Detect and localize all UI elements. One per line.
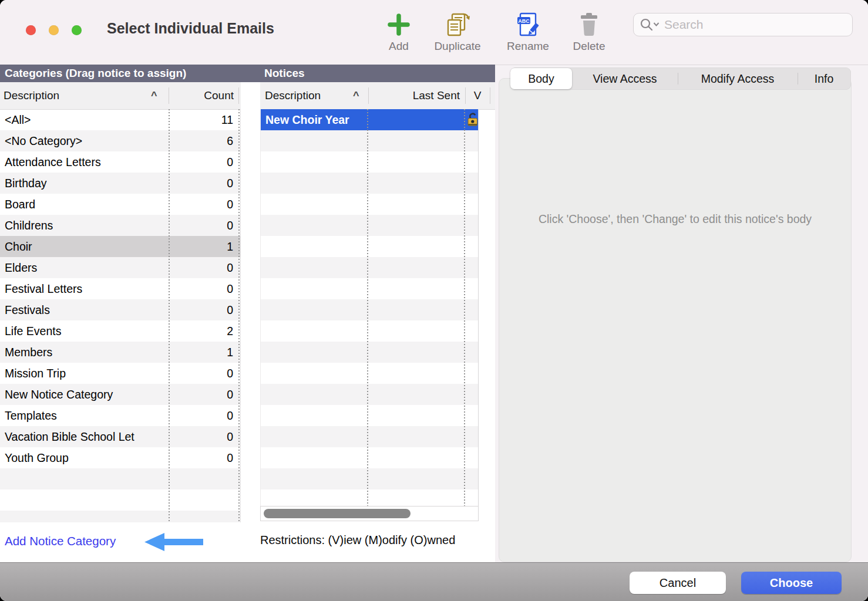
category-count: 0 (168, 257, 240, 278)
delete-button[interactable]: Delete (561, 11, 617, 53)
category-row[interactable]: Elders0 (0, 257, 240, 278)
column-separator (169, 87, 169, 104)
category-count: 0 (168, 151, 240, 173)
tab-body[interactable]: Body (510, 68, 572, 89)
category-row[interactable]: Mission Trip0 (0, 363, 240, 384)
column-divider-dotted (464, 109, 465, 506)
notices-description-header[interactable]: Description (265, 82, 321, 109)
empty-row (0, 489, 240, 511)
empty-row (261, 405, 478, 426)
category-row[interactable]: New Notice Category0 (0, 384, 240, 405)
tab-view-access[interactable]: View Access (572, 68, 678, 89)
category-description: Festivals (0, 299, 168, 320)
empty-row (261, 130, 478, 151)
empty-row (261, 236, 478, 257)
category-count: 11 (168, 109, 240, 130)
category-description: Childrens (0, 215, 168, 236)
empty-row (261, 278, 478, 299)
notice-description: New Choir Year (261, 109, 367, 130)
categories-count-header[interactable]: Count (169, 82, 234, 109)
column-divider-dotted (169, 109, 170, 522)
category-description: <All> (0, 109, 168, 130)
empty-row (261, 426, 478, 447)
empty-row (0, 468, 240, 489)
notice-last-sent (367, 109, 463, 130)
close-window-button[interactable] (26, 25, 36, 35)
category-row[interactable]: Festival Letters0 (0, 278, 240, 299)
notices-column-header: Description ^ Last Sent V (260, 82, 495, 110)
restrictions-legend: Restrictions: (V)iew (M)odify (O)wned (260, 534, 455, 547)
tab-modify-access[interactable]: Modify Access (678, 68, 798, 89)
category-description: Vacation Bible School Let (0, 426, 168, 447)
notice-view-restriction (463, 109, 478, 130)
empty-row (261, 384, 478, 405)
choose-button[interactable]: Choose (741, 572, 842, 594)
category-count: 1 (168, 342, 240, 363)
category-row[interactable]: Templates0 (0, 405, 240, 426)
tab-info[interactable]: Info (798, 68, 850, 89)
empty-row (261, 194, 478, 215)
notices-group-title: Notices (264, 65, 305, 82)
category-row[interactable]: Birthday0 (0, 173, 240, 194)
category-description: Attendance Letters (0, 151, 168, 173)
category-description: Festival Letters (0, 278, 168, 299)
category-row[interactable]: Members1 (0, 342, 240, 363)
trash-icon (561, 11, 617, 39)
categories-column-header: Description ^ Count (0, 82, 241, 110)
cancel-button[interactable]: Cancel (630, 572, 726, 594)
category-description: Elders (0, 257, 168, 278)
categories-table: Description ^ Count <All>11<No Category>… (0, 82, 241, 522)
add-notice-category-link[interactable]: Add Notice Category (5, 534, 116, 548)
search-input[interactable]: Search (633, 13, 853, 36)
select-individual-emails-window: Select Individual Emails Add Duplicate (0, 0, 868, 601)
category-row[interactable]: Youth Group0 (0, 447, 240, 468)
category-row[interactable]: Childrens0 (0, 215, 240, 236)
category-count: 0 (168, 194, 240, 215)
empty-row (261, 173, 478, 194)
empty-row (261, 342, 478, 363)
duplicate-icon (429, 11, 486, 39)
empty-row (261, 151, 478, 173)
categories-description-header[interactable]: Description (4, 82, 59, 109)
category-description: Life Events (0, 320, 168, 342)
column-divider-dotted (238, 109, 240, 522)
add-button[interactable]: Add (371, 11, 427, 53)
category-count: 0 (168, 447, 240, 468)
empty-row (261, 363, 478, 384)
notices-horizontal-scrollbar[interactable] (260, 506, 479, 521)
body-placeholder-message: Click 'Choose', then 'Change' to edit th… (499, 212, 851, 226)
open-padlock-icon (465, 112, 479, 134)
scrollbar-thumb[interactable] (264, 509, 411, 518)
rename-button[interactable]: ABC Rename (500, 11, 556, 53)
category-row[interactable]: Attendance Letters0 (0, 151, 240, 173)
category-row[interactable]: Choir1 (0, 236, 240, 257)
empty-row (261, 299, 478, 320)
zoom-window-button[interactable] (72, 25, 82, 35)
sort-ascending-indicator: ^ (151, 82, 157, 109)
duplicate-button[interactable]: Duplicate (429, 11, 486, 53)
empty-row (261, 215, 478, 236)
category-row[interactable]: <No Category>6 (0, 130, 240, 151)
category-description: Templates (0, 405, 168, 426)
left-arrow-icon (144, 533, 203, 553)
category-count: 2 (168, 320, 240, 342)
notice-row[interactable]: New Choir Year (261, 109, 478, 130)
notices-last-sent-header[interactable]: Last Sent (368, 82, 460, 109)
detail-panel: Click 'Choose', then 'Change' to edit th… (495, 65, 868, 562)
plus-icon (371, 11, 427, 39)
notices-view-header[interactable]: V (465, 82, 490, 109)
category-row[interactable]: Life Events2 (0, 320, 240, 342)
category-description: Board (0, 194, 168, 215)
notices-rows: New Choir Year (260, 109, 479, 506)
empty-row (261, 489, 478, 506)
empty-row (0, 511, 240, 522)
category-row[interactable]: Festivals0 (0, 299, 240, 320)
column-separator (465, 87, 466, 104)
minimize-window-button[interactable] (49, 25, 59, 35)
category-count: 6 (168, 130, 240, 151)
empty-row (261, 447, 478, 468)
category-row[interactable]: <All>11 (0, 109, 240, 130)
category-description: Mission Trip (0, 363, 168, 384)
category-row[interactable]: Board0 (0, 194, 240, 215)
category-row[interactable]: Vacation Bible School Let0 (0, 426, 240, 447)
